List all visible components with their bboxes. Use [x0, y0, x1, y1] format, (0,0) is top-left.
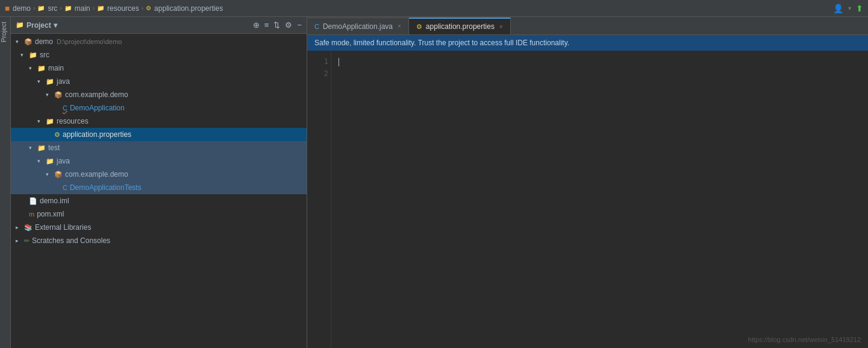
java-folder-icon: 📁	[46, 78, 54, 86]
tree-item-external-libraries[interactable]: 📚 External Libraries	[11, 221, 307, 234]
breadcrumb-src[interactable]: 📁 src	[37, 4, 57, 13]
java-test-label: java	[57, 157, 70, 165]
project-header-icons: ⊕ ≡ ⇅ ⚙ −	[253, 21, 302, 30]
file-tree: 📦 demo D:\project\demo\demo 📁 src 📁 main…	[11, 34, 307, 348]
package-test-icon: 📦	[54, 171, 63, 179]
editor-area: C DemoApplication.java × ⚙ application.p…	[307, 17, 868, 348]
breadcrumb-resources[interactable]: 📁 resources	[97, 4, 139, 13]
pom-xml-label: pom.xml	[37, 210, 64, 218]
chevron-pkg	[46, 92, 53, 98]
project-title: 📁 Project ▾	[16, 21, 57, 30]
tab-demo-application-label: DemoApplication.java	[323, 22, 393, 31]
watermark-text: https://blog.csdn.net/weixin_51419212	[748, 336, 861, 343]
chevron-java	[37, 78, 45, 84]
tab-properties-icon: ⚙	[416, 23, 422, 31]
chevron-java-test	[37, 158, 45, 164]
package-icon: 📦	[54, 91, 63, 99]
footer-watermark: https://blog.csdn.net/weixin_51419212	[748, 336, 861, 343]
breadcrumb-arrow-2: ›	[60, 5, 61, 11]
chevron-main	[29, 65, 36, 71]
breadcrumb-file[interactable]: ⚙ application.properties	[146, 4, 223, 13]
folder-icon: 📁	[16, 21, 24, 29]
breadcrumb-main[interactable]: 📁 main	[64, 4, 90, 13]
tree-item-com-example-demo[interactable]: 📦 com.example.demo	[11, 88, 307, 101]
tree-item-com-example-demo-test[interactable]: 📦 com.example.demo	[11, 168, 307, 181]
vcs-icon[interactable]: ⬆	[856, 4, 863, 13]
settings-icon[interactable]: ⚙	[285, 21, 292, 30]
chevron-scratches	[16, 238, 23, 244]
breadcrumb-arrow-1: ›	[33, 5, 35, 11]
demo-application-tests-label: DemoApplicationTests	[70, 183, 142, 192]
resources-folder-icon: 📁	[46, 118, 54, 125]
demo-iml-label: demo.iml	[40, 197, 69, 205]
test-folder-icon: 📁	[37, 144, 46, 152]
resources-label: resources	[57, 117, 89, 125]
pkg-label: com.example.demo	[65, 90, 128, 99]
properties-file-icon: ⚙	[54, 131, 60, 139]
breadcrumb-arrow-4: ›	[142, 5, 143, 11]
sidebar-strip: Project	[0, 17, 11, 348]
editor-text-area[interactable]	[331, 51, 868, 348]
user-icon[interactable]: 👤	[833, 4, 843, 13]
src-label: src	[40, 51, 49, 59]
main-label: main	[48, 64, 64, 72]
tree-item-demo-application[interactable]: C DemoApplication	[11, 101, 307, 115]
tab-application-properties[interactable]: ⚙ application.properties ×	[409, 17, 511, 34]
tree-item-application-properties[interactable]: ⚙ application.properties	[11, 128, 307, 141]
collapse-all-icon[interactable]: ≡	[264, 21, 269, 30]
test-label: test	[48, 144, 60, 152]
tab-application-properties-close[interactable]: ×	[499, 24, 503, 30]
locate-icon[interactable]: ⊕	[253, 21, 260, 30]
scratches-icon: ✏	[24, 237, 30, 245]
external-libraries-icon: 📚	[24, 224, 33, 232]
tree-item-demo[interactable]: 📦 demo D:\project\demo\demo	[11, 35, 307, 48]
xml-file-icon: m	[29, 210, 34, 218]
tab-application-properties-label: application.properties	[426, 22, 495, 31]
scratches-label: Scratches and Consoles	[32, 236, 110, 245]
java-class-icon: C	[63, 104, 67, 112]
project-sidebar-label[interactable]: Project	[0, 22, 7, 42]
editor-tabs: C DemoApplication.java × ⚙ application.p…	[307, 17, 868, 35]
project-panel: 📁 Project ▾ ⊕ ≡ ⇅ ⚙ − 📦 demo D:\project\…	[11, 17, 307, 348]
text-cursor	[339, 58, 339, 66]
chevron-test	[29, 145, 36, 151]
tree-item-test[interactable]: 📁 test	[11, 141, 307, 154]
tree-item-scratches[interactable]: ✏ Scratches and Consoles	[11, 234, 307, 247]
close-panel-icon[interactable]: −	[297, 21, 302, 30]
main-folder-icon: 📁	[37, 65, 46, 72]
tree-item-main[interactable]: 📁 main	[11, 62, 307, 75]
external-libraries-label: External Libraries	[35, 223, 91, 232]
safe-mode-banner: Safe mode, limited functionality. Trust …	[307, 35, 868, 51]
editor-content: 1 2	[307, 51, 868, 348]
tab-demo-application-java[interactable]: C DemoApplication.java ×	[307, 17, 409, 34]
application-properties-label: application.properties	[63, 130, 131, 139]
breadcrumb-bar: ◼ demo › 📁 src › 📁 main › 📁 resources › …	[0, 0, 868, 17]
tree-item-demo-application-tests[interactable]: C DemoApplicationTests	[11, 181, 307, 194]
tree-item-java[interactable]: 📁 java	[11, 75, 307, 88]
line-numbers: 1 2	[307, 51, 331, 348]
tab-demo-application-close[interactable]: ×	[398, 23, 401, 30]
tree-item-pom-xml[interactable]: m pom.xml	[11, 207, 307, 221]
java-label: java	[57, 77, 70, 86]
breadcrumb-arrow-3: ›	[93, 5, 95, 11]
top-right-icons: 👤 ▾ ⬆	[833, 4, 863, 13]
chevron-pkg-test	[46, 171, 53, 177]
editor-line-1	[339, 55, 861, 68]
main-layout: Project 📁 Project ▾ ⊕ ≡ ⇅ ⚙ − 📦	[0, 17, 868, 348]
tree-item-src[interactable]: 📁 src	[11, 48, 307, 62]
src-folder-icon: 📁	[29, 51, 37, 59]
breadcrumb-demo[interactable]: ◼ demo	[5, 4, 31, 13]
chevron-src	[20, 52, 28, 58]
tree-item-demo-iml[interactable]: 📄 demo.iml	[11, 194, 307, 207]
chevron-resources	[37, 118, 45, 124]
tree-item-java-test[interactable]: 📁 java	[11, 154, 307, 168]
safe-mode-text: Safe mode, limited functionality. Trust …	[314, 39, 569, 47]
iml-file-icon: 📄	[29, 197, 37, 205]
demo-path: D:\project\demo\demo	[57, 38, 122, 45]
project-header: 📁 Project ▾ ⊕ ≡ ⇅ ⚙ −	[11, 17, 307, 34]
tree-item-resources[interactable]: 📁 resources	[11, 115, 307, 128]
chevron-ext-lib	[16, 224, 23, 230]
line-number-2: 2	[312, 68, 328, 80]
expand-icon[interactable]: ⇅	[273, 21, 280, 30]
java-test-class-icon: C	[63, 184, 67, 191]
